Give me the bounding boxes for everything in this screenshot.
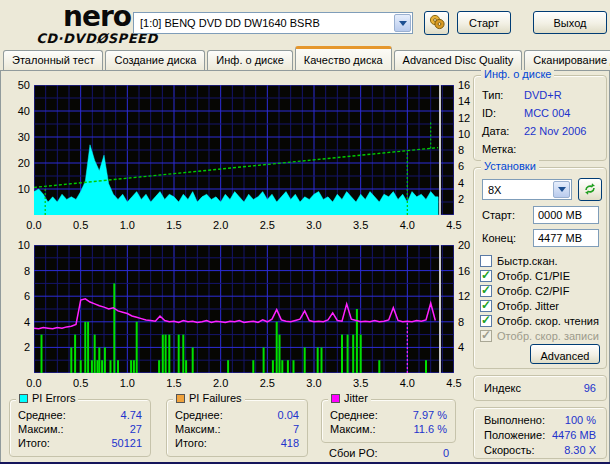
pi-failures-color-swatch — [176, 394, 185, 403]
top-bar: nero CD·DVDØSPEED [1:0] BENQ DVD DD DW16… — [0, 0, 610, 46]
disc-info-row-value: DVD+R — [524, 89, 562, 101]
tab-bar: Эталонный тестСоздание дискаИнф. о диске… — [0, 46, 610, 70]
x-axis-tick-label: 4.0 — [395, 377, 419, 390]
pi-failures-stats-box: PI FailuresСреднее:0.04Максим.:7Итого:41… — [166, 399, 308, 457]
jitter-stats-box: JitterСреднее:7.97 %Максим.:11.6 % — [321, 399, 456, 443]
start-button[interactable]: Старт — [457, 11, 511, 34]
x-axis-tick-label: 3.0 — [302, 219, 326, 232]
index-panel: Индекс 96 — [473, 375, 607, 401]
show-c2-pif-checkbox[interactable]: Отобр. C2/PIF — [480, 284, 569, 298]
disc-info-row-label: ID: — [482, 107, 496, 119]
x-axis-tick-label: 0.0 — [22, 219, 46, 232]
pi-errors-and-read-speed-chart — [34, 85, 454, 215]
show-c1-pie-checkbox[interactable]: Отобр. C1/PIE — [480, 269, 570, 283]
po-failures-label: Сбои PO: — [329, 447, 378, 459]
speed-select[interactable]: 8X — [482, 179, 572, 200]
fast-scan-checkbox[interactable]: Быстр.скан. — [480, 254, 558, 268]
drive-select-value: [1:0] BENQ DVD DD DW1640 BSRB — [140, 17, 320, 29]
show-read-speed-checkbox-box[interactable] — [480, 315, 492, 327]
fast-scan-checkbox-label: Быстр.скан. — [497, 255, 558, 267]
progress-row-label: Выполнено: — [484, 414, 545, 426]
jitter-legend-label: Jitter — [344, 392, 368, 404]
pi-errors-stats-box: PI ErrorsСреднее:4.74Максим.:27Итого:501… — [9, 399, 151, 457]
end-mb-input[interactable] — [533, 229, 599, 247]
show-jitter-checkbox-box[interactable] — [480, 300, 492, 312]
refresh-button[interactable] — [578, 178, 602, 201]
stat-row-label: Итого: — [18, 437, 50, 449]
tab-benchmark[interactable]: Эталонный тест — [3, 50, 103, 70]
pi-errors-color-swatch — [19, 394, 28, 403]
left-axis-tick-label: 6 — [6, 290, 30, 303]
left-axis-tick-label: 8 — [6, 265, 30, 278]
tab-disc-info[interactable]: Инф. о диске — [207, 50, 292, 70]
disc-info-row-value: 22 Nov 2006 — [524, 125, 586, 137]
x-axis-tick-label: 4.5 — [442, 219, 466, 232]
show-c1-pie-checkbox-box[interactable] — [480, 270, 492, 282]
stat-row-label: Среднее: — [330, 409, 378, 421]
x-axis-tick-label: 1.0 — [115, 219, 139, 232]
tab-create-disc[interactable]: Создание диска — [105, 50, 205, 70]
x-axis-tick-label: 3.0 — [302, 377, 326, 390]
stat-row-value: 50121 — [111, 437, 142, 449]
jitter-color-swatch — [331, 394, 340, 403]
pi-errors-legend-label: PI Errors — [32, 392, 75, 404]
stat-row-label: Максим.: — [18, 423, 64, 435]
show-c2-pif-checkbox-box[interactable] — [480, 285, 492, 297]
drive-select[interactable]: [1:0] BENQ DVD DD DW1640 BSRB — [133, 12, 413, 34]
stat-row-value: 7.97 % — [413, 409, 447, 421]
left-axis-tick-label: 2 — [6, 341, 30, 354]
show-jitter-checkbox-label: Отобр. Jitter — [497, 300, 559, 312]
show-jitter-checkbox[interactable]: Отобр. Jitter — [480, 299, 559, 313]
left-axis-tick-label: 10 — [6, 183, 30, 196]
left-axis-tick-label: 4 — [6, 316, 30, 329]
pi-failures-legend-label: PI Failures — [189, 392, 242, 404]
disc-eject-icon — [428, 14, 446, 32]
fast-scan-checkbox-box[interactable] — [480, 255, 492, 267]
stat-row-value: 0.04 — [278, 409, 299, 421]
left-axis-tick-label: 10 — [6, 239, 30, 252]
show-write-speed-checkbox: Отобр. скор. записи — [480, 329, 599, 343]
progress-row-label: Скорость: — [484, 444, 535, 456]
exit-button[interactable]: Выход — [533, 11, 607, 34]
tab-scan-disc[interactable]: Сканирование диска — [524, 50, 610, 70]
chevron-down-icon[interactable] — [553, 181, 570, 198]
tab-advanced-disc-quality[interactable]: Advanced Disc Quality — [394, 50, 523, 70]
start-mb-input[interactable] — [533, 206, 599, 224]
index-label: Индекс — [484, 382, 521, 394]
eject-disc-button[interactable] — [424, 11, 449, 35]
stat-row-value: 11.6 % — [414, 423, 447, 435]
x-axis-tick-label: 1.5 — [162, 219, 186, 232]
x-axis-tick-label: 0.5 — [69, 377, 93, 390]
jitter-legend: Jitter — [328, 392, 371, 404]
disc-info-row-label: Дата: — [482, 125, 509, 137]
x-axis-tick-label: 1.0 — [115, 377, 139, 390]
left-axis-tick-label: 20 — [6, 157, 30, 170]
x-axis-tick-label: 0.5 — [69, 219, 93, 232]
x-axis-tick-label: 1.5 — [162, 377, 186, 390]
stat-row-label: Среднее: — [175, 409, 223, 421]
progress-row-value: 4476 MB — [552, 429, 596, 441]
x-axis-tick-label: 3.5 — [349, 219, 373, 232]
tab-disc-quality[interactable]: Качество диска — [295, 46, 392, 70]
show-write-speed-checkbox-label: Отобр. скор. записи — [497, 330, 599, 342]
start-mb-label: Старт: — [482, 209, 515, 221]
x-axis-tick-label: 0.0 — [22, 377, 46, 390]
stat-row-value: 27 — [130, 423, 142, 435]
chevron-down-icon[interactable] — [394, 14, 411, 32]
progress-row-value: 8.30 X — [564, 444, 596, 456]
disc-info-row-label: Тип: — [482, 89, 503, 101]
advanced-button[interactable]: Advanced — [530, 344, 600, 364]
end-mb-label: Конец: — [482, 232, 516, 244]
app-window: nero CD·DVDØSPEED [1:0] BENQ DVD DD DW16… — [0, 0, 610, 464]
progress-row-label: Положение: — [484, 429, 545, 441]
progress-panel: Выполнено:100 %Положение:4476 MBСкорость… — [473, 407, 607, 459]
po-failures-value: 0 — [381, 447, 449, 459]
pi-failures-legend: PI Failures — [173, 392, 245, 404]
disc-info-group: Инф. о диске Тип:DVD+RID:MCC 004Дата:22 … — [473, 75, 607, 161]
settings-title: Установки — [481, 160, 539, 172]
x-axis-tick-label: 3.5 — [349, 377, 373, 390]
pi-errors-legend: PI Errors — [16, 392, 78, 404]
show-read-speed-checkbox[interactable]: Отобр. скор. чтения — [480, 314, 599, 328]
stat-row-label: Максим.: — [175, 423, 221, 435]
show-c2-pif-checkbox-label: Отобр. C2/PIF — [497, 285, 569, 297]
